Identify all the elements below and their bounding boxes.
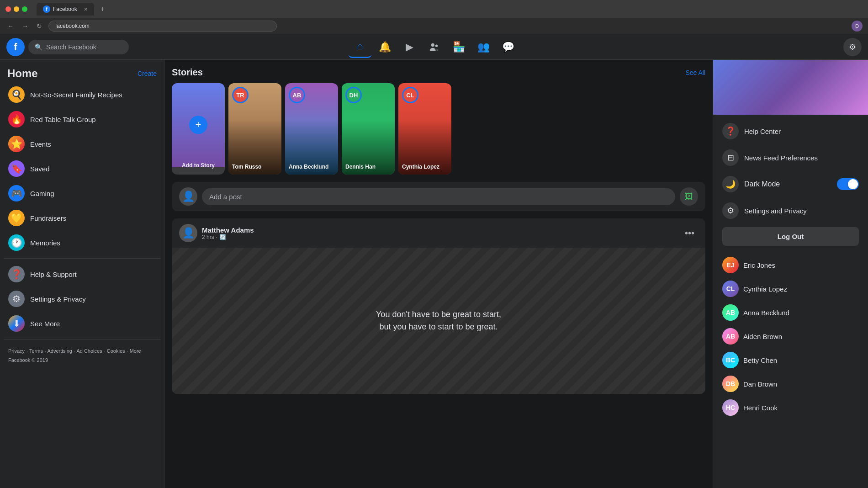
feed-post: 👤 Matthew Adams 2 hrs · 🔄 ••• xyxy=(172,218,705,394)
nav-right: ⚙ xyxy=(843,38,862,56)
menu-item-dark-mode[interactable]: 🌙 Dark Mode xyxy=(717,171,864,197)
contact-dan-brown[interactable]: DB Dan Brown xyxy=(722,372,859,396)
nav-marketplace-button[interactable]: 🏪 xyxy=(447,36,470,58)
menu-item-help-center[interactable]: ❓ Help Center xyxy=(717,118,864,144)
cynthia-lopez-avatar: CL xyxy=(722,281,739,297)
minimize-window-button[interactable] xyxy=(14,6,19,12)
betty-chen-avatar: BC xyxy=(722,352,739,368)
post-image-background: You don't have to be great to start, but… xyxy=(172,248,705,394)
sidebar-item-label: Fundraisers xyxy=(30,214,66,222)
sidebar-item-fundraisers[interactable]: 💛 Fundraisers xyxy=(4,206,160,230)
browser-tab[interactable]: f Facebook ✕ xyxy=(37,3,94,16)
search-box[interactable]: 🔍 xyxy=(28,40,129,54)
cynthia-lopez-name: Cynthia Lopez xyxy=(743,285,787,293)
sidebar-item-memories[interactable]: 🕐 Memories xyxy=(4,231,160,255)
search-input[interactable] xyxy=(46,43,122,51)
nav-watch-button[interactable]: ▶ xyxy=(398,36,421,58)
footer-advertising-link[interactable]: Advertising xyxy=(47,348,72,354)
stories-title: Stories xyxy=(172,67,203,78)
story-card-anna[interactable]: AB Anna Becklund xyxy=(285,83,338,175)
footer-privacy-link[interactable]: Privacy xyxy=(8,348,25,354)
menu-item-settings-privacy[interactable]: ⚙ Settings and Privacy xyxy=(717,198,864,223)
refresh-button[interactable]: ↻ xyxy=(35,21,44,31)
post-more-button[interactable]: ••• xyxy=(681,226,698,240)
footer-more-link[interactable]: More xyxy=(130,348,141,354)
settings-icon: ⚙ xyxy=(849,42,856,52)
sidebar-item-events[interactable]: ⭐ Events xyxy=(4,132,160,156)
tab-label: Facebook xyxy=(53,6,77,12)
see-all-stories-link[interactable]: See All xyxy=(685,69,705,76)
sidebar-item-gaming[interactable]: 🎮 Gaming xyxy=(4,181,160,205)
tab-close-button[interactable]: ✕ xyxy=(84,6,88,12)
sidebar-item-family-recipes[interactable]: 🍳 Not-So-Secret Family Recipes xyxy=(4,83,160,106)
story-card-dennis[interactable]: DH Dennis Han xyxy=(342,83,395,175)
aiden-brown-name: Aiden Brown xyxy=(743,333,782,340)
create-link[interactable]: Create xyxy=(138,70,157,77)
sidebar-item-label: Saved xyxy=(30,165,50,173)
add-story-card[interactable]: + Add to Story xyxy=(172,83,225,175)
post-meta: 2 hrs · 🔄 xyxy=(202,234,677,240)
maximize-window-button[interactable] xyxy=(22,6,27,12)
settings-button[interactable]: ⚙ xyxy=(843,38,862,56)
svg-point-0 xyxy=(431,43,434,46)
browser-addressbar: ← → ↻ facebook.com D xyxy=(0,18,868,34)
home-title-text: Home xyxy=(7,67,38,80)
contact-aiden-brown[interactable]: AB Aiden Brown xyxy=(722,324,859,348)
family-recipes-icon: 🍳 xyxy=(8,86,25,103)
footer-terms-link[interactable]: Terms xyxy=(29,348,43,354)
sidebar-item-label: Red Table Talk Group xyxy=(30,116,96,123)
back-button[interactable]: ← xyxy=(5,21,16,31)
sidebar-item-label: Events xyxy=(30,140,51,148)
contact-anna-becklund[interactable]: AB Anna Becklund xyxy=(722,301,859,324)
footer-links: Privacy· Terms· Advertising· Ad Choices·… xyxy=(4,343,160,369)
footer-copyright: Facebook © 2019 xyxy=(8,357,48,363)
sidebar-item-help-support[interactable]: ❓ Help & Support xyxy=(4,262,160,286)
nav-messenger-button[interactable]: 💬 xyxy=(497,36,519,58)
contact-cynthia-lopez[interactable]: CL Cynthia Lopez xyxy=(722,277,859,301)
nav-home-button[interactable]: ⌂ xyxy=(349,36,371,58)
new-tab-button[interactable]: + xyxy=(101,5,105,13)
help-icon: ❓ xyxy=(8,266,25,282)
post-input[interactable]: Add a post xyxy=(202,188,675,205)
facebook-app: f 🔍 ⌂ 🔔 ▶ 🏪 👥 💬 ⚙ Home Cr xyxy=(0,34,868,488)
contact-henri-cook[interactable]: HC Henri Cook xyxy=(722,396,859,419)
logout-button[interactable]: Log Out xyxy=(722,227,859,246)
address-bar[interactable]: facebook.com xyxy=(48,21,277,32)
anna-avatar: AB xyxy=(289,87,305,103)
main-content: Home Create 🍳 Not-So-Secret Family Recip… xyxy=(0,60,868,488)
menu-item-label: Settings and Privacy xyxy=(744,207,807,215)
menu-item-news-feed-preferences[interactable]: ⊟ News Feed Preferences xyxy=(717,145,864,170)
close-window-button[interactable] xyxy=(5,6,11,12)
nav-friends-button[interactable] xyxy=(423,36,445,58)
dark-mode-toggle-container xyxy=(837,178,859,190)
nav-notifications-button[interactable]: 🔔 xyxy=(373,36,396,58)
fundraisers-icon: 💛 xyxy=(8,210,25,226)
footer-adchoices-link[interactable]: Ad Choices xyxy=(76,348,102,354)
right-panel: ❓ Help Center ⊟ News Feed Preferences 🌙 … xyxy=(713,60,868,488)
browser-chrome: f Facebook ✕ + ← → ↻ facebook.com D xyxy=(0,0,868,34)
dark-mode-toggle[interactable] xyxy=(837,178,859,190)
contact-eric-jones[interactable]: EJ Eric Jones xyxy=(722,253,859,277)
nav-center-icons: ⌂ 🔔 ▶ 🏪 👥 💬 xyxy=(349,36,519,58)
add-story-label: Add to Story xyxy=(182,162,215,169)
sidebar-item-settings-privacy[interactable]: ⚙ Settings & Privacy xyxy=(4,287,160,311)
sidebar-item-see-more[interactable]: ⬇ See More xyxy=(4,312,160,335)
facebook-logo: f xyxy=(6,38,25,56)
story-card-cynthia[interactable]: CL Cynthia Lopez xyxy=(398,83,451,175)
browser-profile-button[interactable]: D xyxy=(852,21,863,32)
dark-mode-icon: 🌙 xyxy=(722,176,739,192)
sidebar-item-label: Settings & Privacy xyxy=(30,295,86,303)
nav-groups-button[interactable]: 👥 xyxy=(472,36,495,58)
dark-mode-label: Dark Mode xyxy=(744,180,780,188)
footer-cookies-link[interactable]: Cookies xyxy=(107,348,125,354)
anna-story-name: Anna Becklund xyxy=(289,164,334,170)
sidebar-item-red-table[interactable]: 🔥 Red Table Talk Group xyxy=(4,107,160,131)
dennis-story-name: Dennis Han xyxy=(345,164,391,170)
cynthia-story-name: Cynthia Lopez xyxy=(402,164,448,170)
post-photo-button[interactable]: 🖼 xyxy=(680,187,698,206)
story-card-tom[interactable]: TR Tom Russo xyxy=(228,83,281,175)
aiden-brown-avatar: AB xyxy=(722,328,739,345)
sidebar-item-saved[interactable]: 🔖 Saved xyxy=(4,157,160,180)
forward-button[interactable]: → xyxy=(20,21,30,31)
contact-betty-chen[interactable]: BC Betty Chen xyxy=(722,348,859,372)
